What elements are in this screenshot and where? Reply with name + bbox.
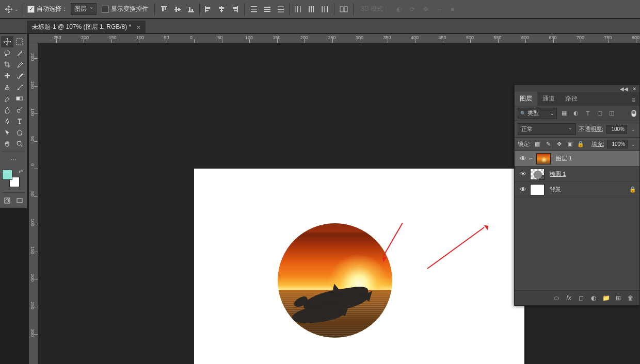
filter-pixel-icon[interactable]: ▦ (559, 109, 569, 118)
filter-toggle[interactable] (631, 110, 636, 117)
foreground-color[interactable] (2, 170, 12, 180)
swap-colors-icon[interactable]: ⇄ (19, 169, 23, 174)
layer-row-2[interactable]: 👁 背景 🔒 (515, 182, 639, 197)
lock-artboard-icon[interactable]: ▣ (566, 140, 574, 148)
layer-thumb-0[interactable] (536, 153, 551, 164)
layer-name-1[interactable]: 椭圆 1 (550, 170, 636, 178)
shape-tool[interactable] (13, 127, 26, 138)
filter-shape-icon[interactable]: ▢ (595, 109, 604, 118)
auto-select-dropdown[interactable]: 图层 (71, 3, 97, 15)
link-layers-icon[interactable]: ⬭ (551, 293, 562, 303)
close-panel-icon[interactable]: ✕ (632, 86, 636, 92)
quick-mask-icon[interactable] (1, 195, 13, 206)
dist-left-icon[interactable] (292, 4, 304, 15)
layer-thumb-1[interactable]: ▭ (530, 169, 545, 180)
align-top-icon[interactable] (158, 4, 170, 15)
pen-tool[interactable] (1, 115, 13, 127)
move-tool[interactable] (1, 36, 13, 47)
opacity-label[interactable]: 不透明度: (579, 125, 603, 133)
dist-hcenter-icon[interactable] (305, 4, 317, 15)
layer-name-0[interactable]: 图层 1 (556, 155, 636, 162)
delete-layer-icon[interactable]: 🗑 (625, 293, 636, 303)
auto-select-checkbox[interactable]: ✓ (27, 6, 35, 13)
marquee-tool[interactable] (13, 36, 26, 47)
group-icon[interactable]: 📁 (600, 293, 612, 303)
dist-right-icon[interactable] (318, 4, 331, 15)
opacity-value[interactable]: 100% (606, 125, 627, 134)
lasso-tool[interactable] (1, 47, 13, 59)
history-brush-tool[interactable] (13, 81, 26, 93)
tab-channels[interactable]: 通道 (537, 92, 560, 106)
lock-image-icon[interactable]: ✎ (544, 140, 552, 148)
layer-list-empty-area[interactable] (515, 197, 639, 290)
align-vcenter-icon[interactable] (171, 4, 184, 15)
dodge-tool[interactable] (13, 104, 26, 115)
lock-all-icon[interactable]: 🔒 (577, 140, 585, 148)
lock-position-icon[interactable]: ✥ (555, 140, 563, 148)
gradient-tool[interactable] (13, 93, 26, 104)
layer-lock-icon-2[interactable]: 🔒 (629, 186, 636, 193)
screen-mode-icon[interactable] (13, 195, 26, 206)
auto-align-icon[interactable] (338, 4, 350, 15)
ruler-horizontal[interactable]: -250-200-150-100-50050100150200250300350… (29, 34, 640, 43)
spot-heal-tool[interactable] (1, 70, 13, 81)
visibility-toggle-0[interactable]: 👁 (518, 155, 528, 162)
layer-thumb-2[interactable] (530, 184, 545, 195)
blur-tool[interactable] (1, 104, 13, 115)
filter-type-icon[interactable]: T (583, 109, 593, 118)
tab-paths[interactable]: 路径 (560, 92, 583, 106)
type-tool[interactable] (13, 115, 26, 127)
filter-adjust-icon[interactable]: ◐ (571, 109, 581, 118)
fill-label[interactable]: 填充: (591, 140, 604, 148)
show-transform-checkbox[interactable] (102, 6, 109, 13)
collapse-panel-icon[interactable]: ◀◀ (620, 86, 628, 92)
current-tool-icon[interactable] (3, 4, 14, 15)
align-right-icon[interactable] (229, 4, 241, 15)
opacity-arrow-icon[interactable]: ⌄ (630, 127, 636, 132)
svg-rect-33 (322, 6, 323, 12)
align-left-icon[interactable] (202, 4, 214, 15)
edit-toolbar-icon[interactable]: ⋯ (1, 154, 26, 166)
layer-name-2[interactable]: 背景 (550, 186, 629, 193)
visibility-toggle-2[interactable]: 👁 (518, 186, 528, 193)
clone-stamp-tool[interactable] (1, 81, 13, 93)
layer-style-icon[interactable]: fx (563, 293, 574, 303)
eyedropper-tool[interactable] (13, 59, 26, 70)
align-hcenter-icon[interactable] (215, 4, 228, 15)
dist-top-icon[interactable] (248, 4, 260, 15)
brush-tool[interactable] (13, 70, 26, 81)
dist-bottom-icon[interactable] (275, 4, 287, 15)
svg-rect-28 (297, 6, 298, 12)
hand-tool[interactable] (1, 138, 13, 150)
filter-smart-icon[interactable]: ◫ (607, 109, 616, 118)
toolbox: ⋯ ⇄ (0, 34, 27, 208)
dist-vcenter-icon[interactable] (261, 4, 274, 15)
blend-mode-dropdown[interactable]: 正常⌄ (518, 123, 576, 135)
align-bottom-icon[interactable] (185, 4, 197, 15)
magic-wand-tool[interactable] (13, 47, 26, 59)
crop-tool[interactable] (1, 59, 13, 70)
tool-preset-arrow[interactable]: ⌄ (14, 7, 19, 12)
fill-value[interactable]: 100% (607, 140, 628, 148)
document-tab[interactable]: 未标题-1 @ 107% (图层 1, RGB/8) * × (27, 21, 146, 33)
layer-row-0[interactable]: 👁 ⌐ 图层 1 (515, 151, 639, 167)
zoom-tool[interactable] (13, 138, 26, 150)
lock-transparent-icon[interactable]: ▩ (533, 140, 541, 148)
svg-rect-0 (161, 6, 167, 7)
ruler-vertical[interactable]: 20015010050050100150200250300 (29, 43, 38, 364)
tab-layers[interactable]: 图层 (515, 92, 537, 106)
new-layer-icon[interactable]: ⊞ (613, 293, 624, 303)
path-select-tool[interactable] (1, 127, 13, 138)
svg-rect-31 (311, 6, 312, 12)
layer-mask-icon[interactable]: ◻ (575, 293, 587, 303)
document-canvas[interactable] (194, 169, 524, 364)
close-tab-icon[interactable]: × (136, 23, 140, 31)
adjustment-layer-icon[interactable]: ◐ (588, 293, 599, 303)
filter-type-dropdown[interactable]: 类型⌄ (518, 108, 557, 119)
eraser-tool[interactable] (1, 93, 13, 104)
fill-arrow-icon[interactable]: ⌄ (630, 142, 636, 147)
3d-orbit-icon: ◐ (393, 4, 405, 14)
layer-row-1[interactable]: 👁 ▭ 椭圆 1 (515, 167, 639, 182)
panel-menu-icon[interactable]: ≡ (628, 94, 639, 106)
visibility-toggle-1[interactable]: 👁 (518, 170, 528, 178)
